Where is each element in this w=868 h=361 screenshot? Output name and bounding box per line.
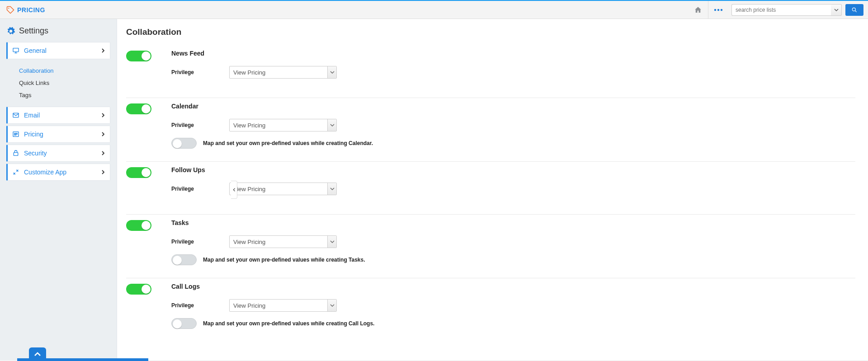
settings-sidebar: Settings General Collaboration Quick Lin…	[0, 19, 117, 360]
svg-point-3	[720, 9, 722, 10]
more-button[interactable]	[708, 1, 728, 19]
brand: PRICING	[6, 6, 45, 14]
gear-icon	[6, 27, 15, 36]
svg-point-4	[852, 8, 855, 11]
pricing-tag-icon	[6, 6, 14, 14]
search-button[interactable]	[845, 4, 863, 16]
chevron-right-icon	[101, 48, 105, 53]
privilege-select[interactable]: View Pricing	[229, 66, 337, 79]
map-values-note: Map and set your own pre-defined values …	[203, 140, 373, 146]
chevron-right-icon	[101, 132, 105, 136]
lock-icon	[12, 150, 19, 157]
app-header: PRICING	[0, 1, 868, 19]
privilege-label: Privilege	[171, 302, 229, 309]
privilege-select[interactable]: View Pricing	[229, 119, 337, 131]
privilege-value: View Pricing	[230, 183, 327, 195]
privilege-value: View Pricing	[230, 236, 327, 248]
map-values-note: Map and set your own pre-defined values …	[203, 320, 374, 327]
svg-point-1	[714, 9, 716, 10]
nav-general[interactable]: General	[6, 42, 110, 59]
section-title: Call Logs	[171, 283, 855, 290]
search-input[interactable]	[731, 4, 831, 16]
sidebar-title: Settings	[6, 26, 110, 36]
chevron-down-icon	[327, 119, 336, 131]
section-enable-toggle[interactable]	[126, 51, 151, 61]
search-scope-dropdown[interactable]	[831, 4, 842, 16]
page-title: Collaboration	[126, 27, 855, 37]
subnav-quick-links[interactable]: Quick Links	[19, 77, 110, 89]
section-enable-toggle[interactable]	[126, 103, 151, 114]
nav-email[interactable]: Email	[6, 107, 110, 124]
svg-point-0	[8, 8, 9, 9]
scroll-top-button[interactable]	[29, 347, 46, 361]
section-title: Follow Ups	[171, 166, 855, 173]
svg-rect-5	[13, 48, 19, 52]
chevron-down-icon	[327, 300, 336, 311]
privilege-label: Privilege	[171, 239, 229, 245]
nav-customize-app[interactable]: Customize App	[6, 164, 110, 181]
section-enable-toggle[interactable]	[126, 220, 151, 231]
header-actions	[688, 1, 863, 19]
map-values-note: Map and set your own pre-defined values …	[203, 257, 365, 263]
map-values-toggle[interactable]	[171, 138, 197, 149]
map-values-toggle[interactable]	[171, 318, 197, 329]
nav-general-submenu: Collaboration Quick Links Tags	[6, 61, 110, 107]
section-enable-toggle[interactable]	[126, 167, 151, 178]
privilege-select[interactable]: View Pricing	[229, 235, 337, 248]
chevron-right-icon	[101, 170, 105, 174]
chevron-down-icon	[327, 183, 336, 195]
tools-icon	[12, 169, 19, 176]
privilege-label: Privilege	[171, 186, 229, 192]
collapse-sidebar-handle[interactable]	[231, 181, 237, 199]
svg-rect-8	[14, 153, 18, 156]
settings-section: TasksPrivilegeView PricingMap and set yo…	[126, 215, 855, 278]
section-enable-toggle[interactable]	[126, 284, 151, 295]
main-content: Collaboration News FeedPrivilegeView Pri…	[117, 19, 868, 360]
privilege-label: Privilege	[171, 122, 229, 128]
chevron-right-icon	[101, 151, 105, 155]
privilege-select[interactable]: View Pricing	[229, 299, 337, 312]
home-button[interactable]	[688, 1, 708, 19]
privilege-value: View Pricing	[230, 300, 327, 311]
chevron-down-icon	[327, 236, 336, 248]
settings-section: CalendarPrivilegeView PricingMap and set…	[126, 98, 855, 162]
section-title: News Feed	[171, 50, 855, 57]
nav-security[interactable]: Security	[6, 145, 110, 162]
subnav-collaboration[interactable]: Collaboration	[19, 65, 110, 77]
settings-section: Call LogsPrivilegeView PricingMap and se…	[126, 278, 855, 342]
monitor-icon	[12, 47, 19, 54]
chevron-down-icon	[327, 66, 336, 78]
section-title: Calendar	[171, 103, 855, 110]
privilege-select[interactable]: View Pricing	[229, 183, 337, 195]
brand-text: PRICING	[17, 6, 45, 14]
mail-icon	[12, 112, 19, 119]
privilege-label: Privilege	[171, 69, 229, 75]
nav-pricing[interactable]: Pricing	[6, 126, 110, 143]
section-title: Tasks	[171, 219, 855, 226]
svg-point-2	[717, 9, 719, 10]
list-icon	[12, 131, 19, 138]
chevron-right-icon	[101, 113, 105, 117]
map-values-toggle[interactable]	[171, 254, 197, 265]
settings-section: News FeedPrivilegeView Pricing	[126, 45, 855, 98]
privilege-value: View Pricing	[230, 119, 327, 131]
subnav-tags[interactable]: Tags	[19, 89, 110, 101]
privilege-value: View Pricing	[230, 66, 327, 78]
